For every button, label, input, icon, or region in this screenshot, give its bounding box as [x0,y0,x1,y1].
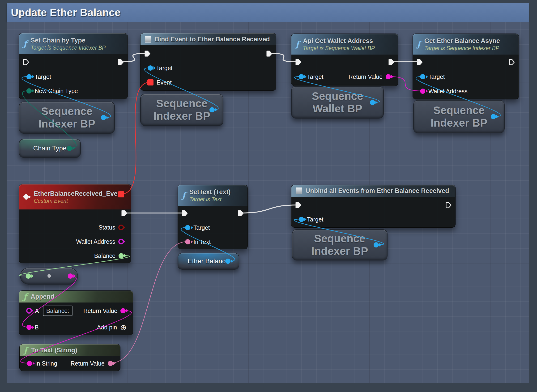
pin-a[interactable] [26,308,32,314]
pin-label-wallet-address: Wallet Address [76,238,115,245]
node-subtitle: Target is Sequence Indexer BP [424,45,500,51]
custom-event-icon [23,193,30,201]
exec-pin[interactable] [416,59,423,66]
variable-output-pin[interactable] [370,100,375,105]
exec-pin[interactable] [266,50,273,57]
pin-target[interactable] [420,74,425,79]
variable-output-pin[interactable] [67,146,72,151]
pin-row-exec-out [508,57,515,67]
pin-row-balance: Balance [94,251,124,261]
variable-label: Wallet BP [313,103,362,115]
variable-label: Sequence [156,97,207,110]
pin-row-target: Target [420,72,445,82]
node-settext-text[interactable]: ƒSetText (Text)Target is TextTargetIn Te… [177,185,248,249]
pin-row-delegate [118,189,124,200]
exec-pin[interactable] [445,202,452,209]
exec-pin[interactable] [388,59,395,66]
blueprint-graph-canvas[interactable]: Update Ether Balance ƒSet Chain by TypeT… [0,0,537,392]
node-header-text: Api Get Wallet AddressTarget is Sequence… [303,37,375,51]
exec-pin[interactable] [181,210,188,217]
variable-output-pin[interactable] [374,242,379,247]
node-title: Append [31,293,55,300]
exec-pin[interactable] [508,59,515,66]
delegate-pin[interactable] [147,79,154,85]
function-icon: ƒ [23,293,27,300]
pin-target[interactable] [299,217,304,222]
pin-label-return-value: Return Value [349,74,383,80]
node-api-get-wallet-address[interactable]: ƒApi Get Wallet AddressTarget is Sequenc… [291,33,398,86]
pin-in[interactable] [26,273,31,279]
exec-pin[interactable] [144,50,151,57]
variable-sequence-indexer-bp[interactable]: SequenceIndexer BP [19,102,115,134]
pin-status[interactable] [118,224,124,230]
pin-label-add-pin: Add pin [97,324,117,331]
pin-target[interactable] [148,65,153,71]
exec-pin[interactable] [237,210,244,217]
variable-output-pin[interactable] [101,115,106,120]
pin-text-input[interactable]: Balance: [43,306,73,316]
reroute-dot[interactable] [47,274,51,278]
variable-sequence-wallet-bp[interactable]: SequenceWallet BP [291,86,384,119]
pin-b[interactable] [26,325,32,330]
pin-in-string[interactable] [27,361,32,366]
delegate-pin[interactable] [118,191,124,197]
pin-row-add-pin: ⊕Add pin [97,322,126,332]
exec-pin[interactable] [295,202,302,209]
pin-out[interactable] [68,273,73,279]
node-title: Set Chain by Type [31,37,106,44]
pin-row-exec-in [181,208,188,219]
variable-output-pin[interactable] [225,259,230,264]
variable-sequence-indexer-bp[interactable]: SequenceIndexer BP [292,229,388,261]
node-title: SetText (Text) [189,188,231,196]
node-to-text-string[interactable]: ƒTo Text (String)In StringReturn Value [19,344,121,371]
pin-label-new-chain-type: New Chain Type [35,88,78,94]
node-set-chain-by-type[interactable]: ƒSet Chain by TypeTarget is Sequence Ind… [19,33,128,99]
variable-sequence-indexer-bp[interactable]: SequenceIndexer BP [140,94,223,126]
pin-label-target: Target [307,216,323,223]
pin-row-a: ABalance: [26,306,73,316]
pin-label-b: B [35,324,39,331]
pin-row-exec-in [295,200,302,210]
node-to-string-conversion[interactable] [20,268,78,285]
comment-header[interactable]: Update Ether Balance [7,3,529,22]
pin-label-return-value: Return Value [71,360,105,367]
exec-pin[interactable] [117,59,124,66]
add-pin-icon[interactable]: ⊕ [120,323,126,331]
node-header: EtherBalanceReceived_EventCustom Event [19,184,131,210]
variable-label: Sequence [314,232,365,245]
exec-pin[interactable] [295,59,302,66]
pin-balance[interactable] [119,253,124,258]
exec-pin[interactable] [121,210,128,217]
pin-row-wallet-address: Wallet Address [420,86,467,96]
node-unbind-all-events-from-ether-balance-received[interactable]: Unbind all Events from Ether Balance Rec… [291,185,456,228]
node-bind-event-to-ether-balance-received[interactable]: Bind Event to Ether Balance ReceivedTarg… [140,33,276,91]
pin-wallet-address[interactable] [420,89,425,94]
pin-return-value[interactable] [108,361,113,366]
node-header: ƒAppend [19,291,133,303]
pin-in-text[interactable] [185,239,190,244]
pin-target[interactable] [299,74,304,79]
variable-sequence-indexer-bp[interactable]: SequenceIndexer BP [413,100,505,133]
pin-row-event: Event [147,77,172,88]
pin-target[interactable] [26,74,32,79]
node-append[interactable]: ƒAppendABalance:Return ValueB⊕Add pin [19,290,133,335]
node-get-ether-balance-async[interactable]: ƒGet Ether Balance AsyncTarget is Sequen… [413,33,519,99]
pin-return-value[interactable] [121,308,126,313]
node-ether-balance-received-event[interactable]: EtherBalanceReceived_EventCustom EventSt… [19,184,131,263]
node-subtitle: Target is Sequence Wallet BP [303,45,375,51]
pin-label-balance: Balance [94,252,116,259]
pin-new-chain-type[interactable] [26,88,32,93]
variable-output-pin[interactable] [491,114,496,119]
variable-output-pin[interactable] [210,107,215,112]
exec-pin[interactable] [23,59,29,66]
node-title: Api Get Wallet Address [303,37,375,45]
pin-target[interactable] [185,225,190,230]
node-title: EtherBalanceReceived_Event [34,190,123,197]
function-icon: ƒ [23,40,27,47]
pin-return-value[interactable] [386,74,391,79]
variable-ether-balance[interactable]: Ether Balance [177,253,239,270]
pin-wallet-address[interactable] [118,239,124,244]
variable-chain-type[interactable]: Chain Type [19,139,81,158]
pin-label-wallet-address: Wallet Address [428,88,467,95]
node-header: ƒApi Get Wallet AddressTarget is Sequenc… [291,34,398,55]
